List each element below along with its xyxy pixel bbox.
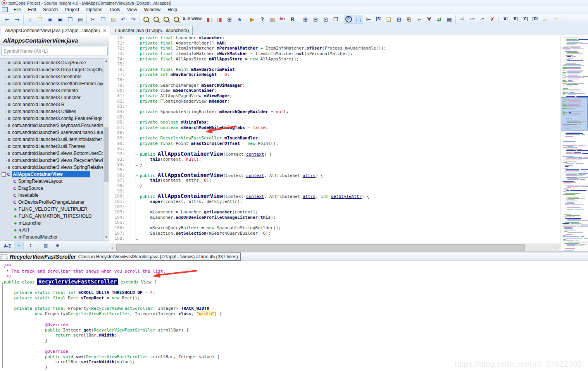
menu-edit[interactable]: Edit	[24, 6, 40, 13]
tree-item[interactable]: ›com.android.launcher3.views.SpringRelat…	[0, 164, 103, 171]
tree-scroll-down-icon[interactable]: ▼	[103, 235, 109, 240]
tree-item[interactable]: ›com.android.launcher3.ItemInfo	[0, 87, 103, 94]
code-line[interactable]: 85:	[109, 115, 560, 120]
tab-1[interactable]: Launcher.java (D:\app\...\launcher3)	[111, 26, 193, 35]
code-line[interactable]: 106: mSearchQueryBuilder = new Spannable…	[109, 225, 560, 231]
select-symbol-icon[interactable]: ⬚	[354, 15, 363, 24]
code-line[interactable]: @Override	[0, 322, 588, 328]
code-line[interactable]: public class RecyclerViewFastScroller ex…	[0, 279, 588, 285]
code-line[interactable]: 81: private AllAppsPagedView mViewPager;	[109, 93, 560, 99]
context-code-area[interactable]: /** * The track and scrollbar that shows…	[0, 261, 588, 371]
code-line[interactable]: private static final int SCROLL_DELTA_TH…	[0, 290, 588, 295]
browse-icon[interactable]: ▶	[248, 15, 257, 24]
clip-window-icon[interactable]: ❏	[384, 15, 393, 24]
code-line[interactable]	[0, 344, 588, 349]
code-line[interactable]: 90: private final Point mFastScrollerOff…	[109, 141, 560, 146]
code-line[interactable]: 84: private SpannableStringBuilder mSear…	[109, 109, 560, 115]
code-line[interactable]: 72: private final ItemInfoMatcher mPerso…	[109, 46, 560, 51]
add-remove-icon[interactable]: +⁄-	[457, 15, 467, 24]
tree-item[interactable]: ›com.android.launcher3.userevent.nano.La…	[0, 129, 103, 136]
tree-scrollbar[interactable]: ▲ ▼	[103, 58, 109, 240]
code-line[interactable]: 79: private SearchUiManager mSearchUiMan…	[109, 83, 560, 88]
paste-icon[interactable]: ▨	[109, 15, 118, 24]
symbol-doc-icon[interactable]: S	[374, 15, 383, 24]
menu-options[interactable]: Options	[83, 6, 105, 13]
code-line[interactable]: 77: private int mNavBarScrimHeight = 0;	[109, 72, 560, 77]
code-line[interactable]: }	[0, 338, 588, 344]
code-line[interactable]: 74: private final AllAppsStore mAllAppsS…	[109, 57, 560, 62]
tree-item[interactable]: ›com.android.launcher3.Launcher	[0, 94, 103, 101]
fx-jump-icon[interactable]: fx↑	[278, 15, 287, 24]
mdi-child-icon[interactable]	[2, 7, 8, 12]
style-a-icon[interactable]: A	[500, 15, 510, 24]
collapse-icon[interactable]: −	[2, 172, 6, 177]
tree-item[interactable]: ›com.android.launcher3.config.FeatureFla…	[0, 115, 103, 122]
code-line[interactable]	[0, 285, 588, 290]
undo-icon[interactable]: ↶	[119, 15, 128, 24]
code-line[interactable]: 83:	[109, 104, 560, 109]
code-line[interactable]: public Integer get(RecyclerViewFastScrol…	[0, 328, 588, 333]
tree-scroll-up-icon[interactable]: ▲	[103, 58, 109, 64]
tree-item[interactable]: ◆FLING_ANIMATION_THRESHOLD	[0, 213, 103, 220]
tree-item[interactable]: CSpringRelativeLayout	[0, 178, 103, 185]
editor-hscrollbar[interactable]: ‹ ›	[109, 244, 560, 251]
code-line[interactable]: 107: Selection.setSelection(mSearchQuery…	[109, 231, 560, 236]
cut-icon[interactable]: ✂	[88, 15, 98, 24]
tree-item[interactable]: ›com.android.launcher3.views.RecyclerVie…	[0, 157, 103, 164]
copy-icon[interactable]: ❐	[98, 15, 108, 24]
code-line[interactable]: new Property<RecyclerViewFastScroller, I…	[0, 311, 588, 317]
search-web-icon[interactable]: WWW	[192, 15, 201, 24]
tab-close-icon[interactable]: ✕	[103, 28, 107, 33]
y-tool-icon[interactable]: Y	[424, 15, 434, 24]
tree-item[interactable]: CDragSource	[0, 185, 103, 192]
menu-window[interactable]: Window	[141, 6, 164, 13]
code-line[interactable]: 96: public AllAppsContainerView(Context …	[109, 173, 560, 178]
code-line[interactable]: return scrollBar.mWidth;	[0, 333, 588, 338]
code-line[interactable]	[0, 301, 588, 306]
exit-door-icon[interactable]: ⎗	[404, 15, 414, 24]
symbol-types-icon[interactable]: ⁑	[26, 242, 36, 250]
help-window-icon[interactable]: ⊡	[394, 15, 403, 24]
redo-icon[interactable]: ↷	[129, 15, 138, 24]
menu-search[interactable]: Search	[40, 6, 61, 13]
code-line[interactable]: 97: this(context, attrs, 0);	[109, 178, 560, 183]
tree-item[interactable]: ›com.android.launcher3.InsettableFrameLa…	[0, 80, 103, 87]
help-doc-icon[interactable]: ?	[258, 15, 267, 24]
code-line[interactable]: 102:	[109, 204, 560, 210]
tree-item[interactable]: CInsettable	[0, 192, 103, 199]
diff-prev-icon[interactable]: ◧	[205, 15, 214, 24]
add-list-icon[interactable]: +≡	[467, 15, 477, 24]
code-minimap[interactable]	[560, 35, 588, 251]
menu-view[interactable]: View	[124, 6, 141, 13]
layout-split-icon[interactable]: ⊡	[321, 15, 330, 24]
menu-project[interactable]: Project	[61, 6, 83, 13]
code-line[interactable]: 94: }	[109, 162, 560, 167]
remove-list-icon[interactable]: -≡	[478, 15, 487, 24]
tree-item[interactable]: ›com.android.launcher3.Insettable	[0, 73, 103, 80]
code-line[interactable]: 86: private boolean mUsingTabs;	[109, 120, 560, 125]
relation-window-icon[interactable]: R	[288, 15, 297, 24]
project-window-icon[interactable]: P	[344, 15, 353, 24]
style-b-icon[interactable]: B	[510, 15, 520, 24]
style-d-icon[interactable]: D	[531, 15, 540, 24]
code-line[interactable]: 93: this(context, null);	[109, 157, 560, 162]
context-list-icon[interactable]: ⊞	[225, 15, 234, 24]
layout-grid-icon[interactable]: ⊞	[301, 15, 310, 24]
save-as-icon[interactable]: ▣	[55, 15, 65, 24]
context-panel-header[interactable]: RecyclerViewFastScroller Class in Recycl…	[0, 252, 588, 261]
code-line[interactable]: 78:	[109, 77, 560, 83]
code-line[interactable]: 108:	[109, 236, 560, 241]
code-line[interactable]: private static final Rect sTempRect = ne…	[0, 295, 588, 301]
code-line[interactable]: @Override	[0, 349, 588, 354]
code-line[interactable]: 88:	[109, 131, 560, 136]
favorites-icon[interactable]: ★	[235, 15, 244, 24]
save-icon[interactable]: ▣	[45, 15, 55, 24]
tree-item[interactable]: ›com.android.launcher3.DragSource	[0, 59, 103, 66]
code-line[interactable]: 71: private final AdapterHolder[] mAH;	[109, 41, 560, 46]
layout-cascade-icon[interactable]: ❐	[331, 15, 340, 24]
code-line[interactable]: 98: }	[109, 183, 560, 189]
tree-item[interactable]: ›com.android.launcher3.views.BottomUserE…	[0, 150, 103, 157]
diff-next-icon[interactable]: ◨	[215, 15, 224, 24]
code-line[interactable]: 76: private final Paint mNavBarScrimPain…	[109, 67, 560, 72]
tree-item[interactable]: ◆mAH	[0, 227, 103, 234]
